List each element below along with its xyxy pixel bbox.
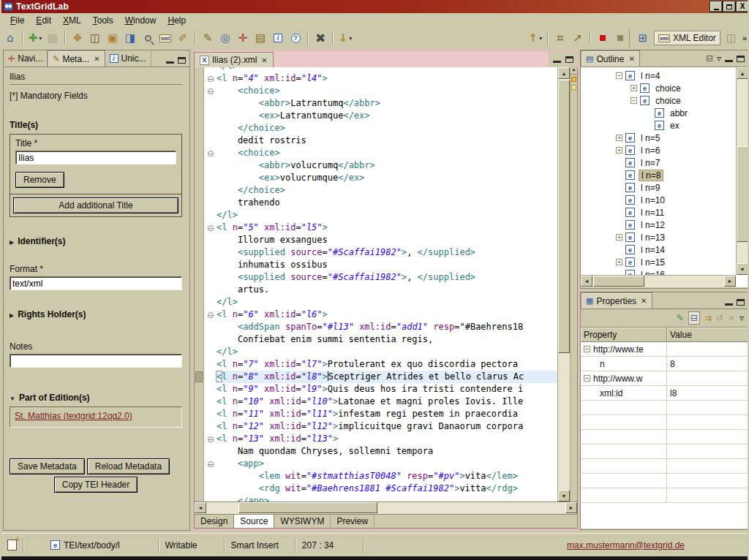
fold-collapse-icon[interactable]: ⊖ — [205, 458, 217, 470]
outline-node-l-n-10[interactable]: el n=10 — [581, 194, 748, 206]
scroll-up-arrow[interactable]: ▲ — [558, 67, 570, 79]
record-idle-icon[interactable] — [611, 29, 629, 47]
notes-input[interactable] — [10, 354, 182, 368]
metadata-editor-icon[interactable]: ✎ — [199, 29, 217, 47]
outline-node-l-n-13[interactable]: +el n=13 — [581, 231, 748, 243]
navigator-compass-icon[interactable]: ✛ — [234, 29, 252, 47]
code-line[interactable]: <l n="11" xml:id="l11">infestam regi pes… — [205, 408, 557, 420]
code-line[interactable]: <abbr>Latrantumq</abbr> — [205, 97, 557, 110]
property-row-xml-id[interactable]: xml:idl8 — [581, 386, 748, 401]
code-line[interactable]: <addSpan spanTo="#l13" xml:id="add1" res… — [205, 321, 557, 333]
editor-mode-tab-wysiwym[interactable]: WYSIWYM — [274, 515, 331, 528]
other-perspective-button[interactable]: ◫ — [723, 29, 740, 47]
tree-mode-icon[interactable]: ⊟ — [688, 311, 700, 325]
property-row-n[interactable]: n8 — [581, 357, 748, 371]
scrollbar-thumb[interactable] — [737, 146, 748, 242]
menu-xml[interactable]: XML — [57, 14, 87, 27]
code-line[interactable]: trahendo — [205, 197, 557, 209]
view-menu-icon[interactable]: ▿ — [717, 53, 721, 64]
record-active-icon[interactable] — [594, 29, 611, 47]
editor-mode-tab-preview[interactable]: Preview — [331, 515, 374, 528]
format-input[interactable] — [10, 276, 182, 290]
outline-node-choice[interactable]: −echoice — [581, 94, 748, 107]
help-icon[interactable]: ? — [287, 29, 304, 47]
minimize-button[interactable] — [710, 1, 722, 12]
menu-tools[interactable]: Tools — [87, 14, 119, 27]
save-icon[interactable]: ▦ — [44, 29, 61, 47]
info-icon[interactable]: i — [269, 29, 287, 47]
identifier-heading[interactable]: ▶Identifier(s) — [10, 236, 182, 246]
code-line[interactable]: ⊖<l n="4" xml:id="l4"> — [205, 72, 557, 85]
code-line[interactable]: inhumatis ossibus — [205, 259, 557, 271]
code-line[interactable]: <ex>volucrumque</ex> — [205, 172, 557, 184]
edition-link[interactable]: St. Matthias (textgrid:12qq2.0) — [15, 411, 132, 421]
outline-vertical-scrollbar[interactable]: ▲ ▼ — [736, 67, 748, 275]
add-title-button[interactable]: Add additional Title — [13, 197, 178, 213]
outline-node-l-n-9[interactable]: el n=9 — [581, 181, 748, 194]
code-line[interactable]: ⊖<l n="13" xml:id="l13"> — [205, 433, 557, 445]
code-line[interactable]: Nam quondam Chryses, sollemni tempora — [205, 445, 557, 458]
advanced-properties-icon[interactable]: ⇉ — [704, 313, 712, 323]
scroll-right-arrow[interactable]: ► — [565, 502, 577, 513]
expand-node-icon[interactable]: + — [616, 147, 622, 154]
empty-property-row[interactable] — [581, 459, 748, 474]
editor-vertical-scrollbar[interactable]: ▲ ▼ — [557, 67, 570, 502]
tab-unicode[interactable]: i Unic... — [105, 50, 151, 67]
fold-collapse-icon[interactable]: ⊖ — [205, 147, 217, 159]
editor-tab[interactable]: X Ilias (2).xml ✕ — [194, 52, 274, 67]
pin-property-icon[interactable]: ✎ — [677, 313, 684, 323]
import-icon[interactable]: ↓▾ — [336, 29, 354, 47]
tab-navigator[interactable]: ✛ Navi... — [4, 50, 48, 67]
project-user-icon[interactable]: ◨ — [121, 29, 139, 47]
fast-view-icon[interactable] — [7, 540, 17, 550]
xml-file-icon[interactable]: xml — [157, 29, 174, 47]
occurrence-marker[interactable] — [571, 85, 576, 90]
user-gear-icon[interactable]: ✐ — [174, 29, 192, 47]
scroll-left-arrow[interactable]: ◄ — [195, 502, 206, 513]
expand-node-icon[interactable]: + — [616, 234, 622, 241]
outline-node-l-n-8[interactable]: el n=8 — [581, 169, 748, 181]
code-line[interactable]: <supplied source="#Scaffai1982">, </supp… — [205, 271, 557, 284]
empty-property-row[interactable] — [581, 415, 748, 430]
fold-collapse-icon[interactable]: ⊖ — [205, 309, 217, 321]
editor-maximize-icon[interactable] — [565, 56, 573, 63]
new-object-dropdown-icon[interactable]: ▾ — [39, 35, 42, 42]
collapse-node-icon[interactable]: − — [584, 375, 590, 382]
code-line[interactable]: </app> — [205, 495, 557, 502]
outline-node-l-n-12[interactable]: el n=12 — [581, 219, 748, 231]
panel-minimize-icon[interactable] — [725, 60, 733, 62]
editor-minimize-icon[interactable] — [553, 61, 561, 63]
code-line[interactable]: </l> — [205, 296, 557, 309]
code-line[interactable]: </l> — [205, 67, 557, 72]
tab-properties[interactable]: ▦ Properties ✕ — [581, 292, 652, 309]
logged-in-user-link[interactable]: max.mustermann@textgrid.de — [567, 540, 685, 550]
outline-node-l-n-15[interactable]: +el n=15 — [581, 256, 748, 268]
expand-node-icon[interactable]: + — [631, 85, 637, 91]
remove-title-button[interactable]: Remove — [15, 172, 64, 188]
editor-horizontal-scrollbar[interactable]: ◄ ► — [194, 502, 578, 515]
scrollbar-thumb[interactable] — [558, 80, 570, 353]
outline-node-choice[interactable]: +echoice — [581, 82, 748, 94]
fold-collapse-icon[interactable]: ⊖ — [205, 72, 217, 85]
tab-metadata[interactable]: ✎ Meta... ✕ — [48, 50, 105, 67]
view-menu-icon[interactable]: ▿ — [739, 313, 744, 323]
tab-outline[interactable]: ▤ Outline ✕ — [581, 50, 640, 67]
current-code-line[interactable]: <l n="8" xml:id="l8">Sceptriger Atrides … — [205, 371, 557, 383]
edition-heading[interactable]: ▼Part of Edition(s) — [10, 393, 182, 403]
search-browse-icon[interactable]: ◎ — [217, 29, 234, 47]
outline-node-l-n-14[interactable]: el n=14 — [581, 243, 748, 256]
fold-collapse-icon[interactable]: ⊖ — [205, 222, 217, 234]
tab-close-icon[interactable]: ✕ — [94, 55, 99, 63]
new-object-icon[interactable]: ✚▾ — [26, 29, 44, 47]
editor-mode-tab-design[interactable]: Design — [195, 515, 234, 528]
image-link-icon[interactable]: ▣ — [104, 29, 121, 47]
property-row-http-www-te[interactable]: −http://www.te — [581, 342, 748, 357]
home-icon[interactable]: ⌂ — [1, 29, 19, 47]
dictionary-icon[interactable]: ▤ — [252, 29, 269, 47]
close-button[interactable]: X — [737, 1, 748, 12]
fold-collapse-icon[interactable]: ⊖ — [205, 433, 217, 445]
code-line[interactable]: <l n="10" xml:id="l10">Latonae et magni … — [205, 396, 557, 408]
code-line[interactable]: </choice> — [205, 184, 557, 197]
panel-maximize-icon[interactable] — [737, 299, 745, 306]
editor-mode-tab-source[interactable]: Source — [233, 515, 274, 528]
